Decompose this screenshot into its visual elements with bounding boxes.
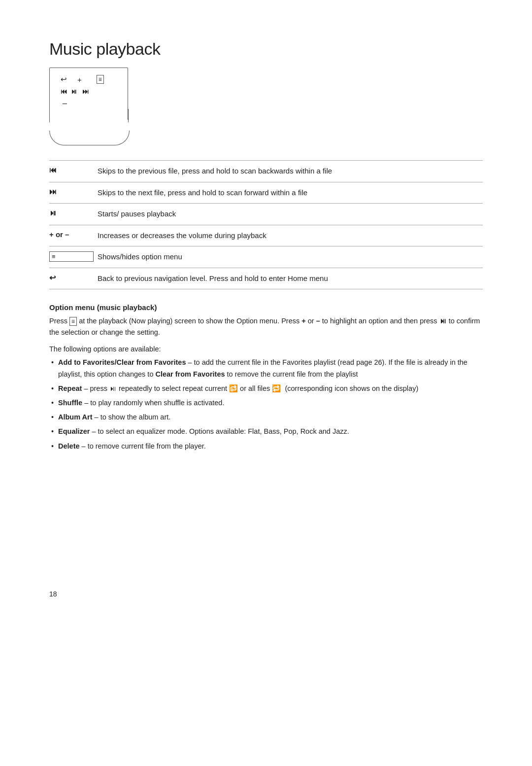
- control-desc-menu: Shows/hides option menu: [94, 246, 483, 268]
- option-menu-description: Press ≡ at the playback (Now playing) sc…: [49, 315, 483, 338]
- play-icon-inline: ⏯: [439, 317, 447, 325]
- next-symbol-diagram: ⏭: [82, 88, 88, 95]
- menu-symbol: ≡: [97, 75, 104, 84]
- prev-symbol-diagram: ⏮: [61, 88, 66, 95]
- control-symbol-next: ⏭: [49, 182, 94, 204]
- option-menu-title: Option menu (music playback): [49, 303, 483, 312]
- option-menu-section: Option menu (music playback) Press ≡ at …: [49, 303, 483, 452]
- option-favorites: Add to Favorites/Clear from Favorites – …: [58, 357, 483, 380]
- control-symbol-prev: ⏮: [49, 161, 94, 182]
- control-symbol-play: ⏯: [49, 204, 94, 225]
- control-desc-next: Skips to the next file, press and hold t…: [94, 182, 483, 204]
- minus-symbol-diagram: –: [63, 99, 67, 107]
- play-symbol-diagram: ⏯: [71, 88, 77, 95]
- control-row-back: ↩ Back to previous navigation level. Pre…: [49, 268, 483, 289]
- control-row-volume: + or – Increases or decreases the volume…: [49, 225, 483, 246]
- control-desc-play: Starts/ pauses playback: [94, 204, 483, 225]
- control-symbol-menu: ≡: [49, 251, 94, 262]
- option-repeat: Repeat – press ⏯ repeatedly to select re…: [58, 383, 483, 394]
- menu-icon-inline: ≡: [69, 317, 77, 326]
- control-symbol-back: ↩: [49, 268, 94, 289]
- page-number: 18: [49, 590, 483, 598]
- control-row-menu: ≡ Shows/hides option menu: [49, 246, 483, 268]
- option-equalizer: Equalizer – to select an equalizer mode.…: [58, 426, 483, 437]
- device-diagram: ↩ + ≡ ⏮ ⏯ ⏭ –: [49, 68, 483, 145]
- control-row-play: ⏯ Starts/ pauses playback: [49, 204, 483, 225]
- control-desc-prev: Skips to the previous file, press and ho…: [94, 161, 483, 182]
- controls-table: ⏮ Skips to the previous file, press and …: [49, 160, 483, 289]
- control-desc-back: Back to previous navigation level. Press…: [94, 268, 483, 289]
- page-title: Music playback: [49, 39, 483, 59]
- control-desc-volume: Increases or decreases the volume during…: [94, 225, 483, 246]
- option-shuffle: Shuffle – to play randomly when shuffle …: [58, 397, 483, 409]
- plus-symbol: +: [77, 75, 82, 84]
- back-symbol: ↩: [61, 75, 74, 84]
- option-album-art: Album Art – to show the album art.: [58, 412, 483, 423]
- control-row-next: ⏭ Skips to the next file, press and hold…: [49, 182, 483, 204]
- control-symbol-volume: + or –: [49, 225, 94, 246]
- options-list: Add to Favorites/Clear from Favorites – …: [49, 357, 483, 452]
- available-options-label: The following options are available:: [49, 345, 483, 353]
- option-delete: Delete – to remove current file from the…: [58, 441, 483, 452]
- control-row-prev: ⏮ Skips to the previous file, press and …: [49, 161, 483, 182]
